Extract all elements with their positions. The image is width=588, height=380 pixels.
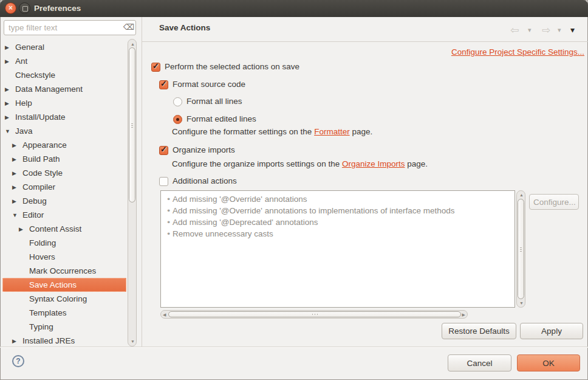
tree-item-typing[interactable]: Typing (2, 320, 126, 334)
expand-icon[interactable]: ▶ (12, 195, 20, 209)
perform-actions-checkbox[interactable]: ✓ (151, 63, 160, 72)
tree-item-editor[interactable]: ▼Editor (2, 208, 126, 222)
expand-icon[interactable]: ▶ (12, 334, 20, 347)
expand-icon[interactable]: ▶ (5, 83, 13, 97)
scroll-left-icon[interactable]: ◀ (163, 313, 166, 317)
back-dropdown-icon[interactable]: ▾ (528, 26, 532, 34)
expand-icon[interactable]: ▶ (12, 167, 20, 181)
back-icon[interactable]: ⇦ (510, 24, 519, 36)
format-all-lines-label: Format all lines (186, 97, 242, 106)
apply-button[interactable]: Apply (520, 323, 583, 339)
format-all-lines-radio[interactable] (173, 97, 182, 106)
tree-item-debug[interactable]: ▶Debug (2, 194, 126, 208)
collapse-icon[interactable]: ▼ (5, 125, 13, 139)
scroll-down-icon[interactable]: ▼ (519, 301, 524, 305)
tree-item-general[interactable]: ▶General (2, 40, 126, 54)
maximize-button[interactable] (19, 2, 30, 14)
tree-item-help[interactable]: ▶Help (2, 96, 126, 110)
tree-scrollbar[interactable]: ▲ ▼ (128, 39, 137, 347)
tree-item-content-assist[interactable]: ▶Content Assist (2, 222, 126, 236)
maximize-icon (22, 6, 28, 12)
tree-item-appearance[interactable]: ▶Appearance (2, 138, 126, 152)
scroll-up-icon[interactable]: ▲ (131, 42, 135, 46)
footer-divider (0, 347, 588, 347)
list-item-text: Add missing '@Override' annotations to i… (173, 206, 455, 215)
collapse-icon[interactable]: ▼ (12, 209, 20, 223)
tree-item-templates[interactable]: Templates (2, 306, 126, 320)
scroll-right-icon[interactable]: ▶ (462, 313, 465, 317)
expand-icon[interactable]: ▶ (12, 153, 20, 167)
tree-scrollbar-thumb[interactable] (129, 47, 135, 202)
expand-icon[interactable]: ▶ (5, 111, 13, 125)
additional-actions-list[interactable]: •Add missing '@Override' annotations•Add… (160, 190, 515, 308)
clear-filter-icon[interactable]: ⌫ (123, 22, 134, 32)
expand-icon[interactable]: ▶ (5, 97, 13, 111)
tree-item-ant[interactable]: ▶Ant (2, 54, 126, 68)
tree-item-folding[interactable]: Folding (2, 236, 126, 250)
list-item-text: Remove unnecessary casts (173, 229, 273, 238)
list-horizontal-scrollbar[interactable]: ◀ ▶ (160, 310, 468, 319)
tree-item-mark-occurrences[interactable]: Mark Occurrences (2, 264, 126, 278)
close-button[interactable]: × (5, 2, 16, 14)
tree-item-install-update[interactable]: ▶Install/Update (2, 110, 126, 124)
ok-button[interactable]: OK (517, 354, 580, 371)
restore-defaults-button[interactable]: Restore Defaults (442, 323, 516, 339)
list-vertical-scrollbar[interactable]: ▲ ▼ (516, 190, 525, 308)
formatter-note: Configure the formatter settings on the … (172, 127, 372, 136)
tree-item-label: General (15, 43, 44, 52)
page-title: Save Actions (159, 23, 210, 32)
close-icon: × (5, 3, 16, 13)
tree-item-installed-jres[interactable]: ▶Installed JREs (2, 334, 126, 347)
organize-imports-checkbox[interactable]: ✓ (159, 146, 168, 155)
tree-item-build-path[interactable]: ▶Build Path (2, 152, 126, 166)
tree-item-label: Templates (29, 308, 67, 317)
tree-item-label: Code Style (22, 168, 63, 178)
tree-item-label: Save Actions (29, 280, 77, 289)
titlebar[interactable]: × Preferences (0, 0, 588, 17)
expand-icon[interactable]: ▶ (12, 181, 20, 195)
scroll-up-icon[interactable]: ▲ (519, 193, 524, 197)
tree-item-data-management[interactable]: ▶Data Management (2, 82, 126, 96)
bullet-icon: • (165, 205, 173, 216)
header-divider (142, 41, 588, 42)
preferences-tree: ▶General▶AntCheckstyle▶Data Management▶H… (0, 39, 127, 347)
format-source-checkbox[interactable]: ✓ (159, 80, 168, 89)
organize-imports-label: Organize imports (173, 145, 235, 154)
expand-icon[interactable]: ▶ (19, 223, 27, 237)
tree-item-label: Typing (29, 322, 53, 331)
scroll-down-icon[interactable]: ▼ (131, 339, 135, 344)
check-icon: ✓ (160, 145, 167, 154)
help-button[interactable]: ? (12, 355, 24, 367)
tree-item-label: Folding (29, 238, 56, 247)
tree-item-label: Editor (22, 210, 44, 219)
organize-imports-link[interactable]: Organize Imports (342, 159, 405, 168)
filter-input[interactable] (4, 20, 136, 35)
expand-icon[interactable]: ▶ (5, 41, 13, 55)
format-edited-lines-radio[interactable] (173, 115, 182, 124)
tree-item-compiler[interactable]: ▶Compiler (2, 180, 126, 194)
hscrollbar-thumb[interactable] (168, 311, 461, 317)
tree-item-java[interactable]: ▼Java (2, 124, 126, 138)
tree-item-label: Build Path (22, 154, 60, 164)
configure-button[interactable]: Configure... (529, 194, 579, 210)
expand-icon[interactable]: ▶ (5, 55, 13, 69)
tree-item-label: Appearance (22, 140, 67, 150)
tree-item-checkstyle[interactable]: Checkstyle (2, 68, 126, 82)
configure-project-settings-link[interactable]: Configure Project Specific Settings... (451, 47, 584, 57)
additional-actions-checkbox[interactable] (159, 177, 168, 186)
cancel-button[interactable]: Cancel (448, 354, 511, 371)
tree-item-save-actions[interactable]: Save Actions (2, 278, 126, 292)
list-scrollbar-thumb[interactable] (518, 199, 524, 299)
expand-icon[interactable]: ▶ (12, 139, 20, 153)
forward-icon[interactable]: ⇨ (542, 24, 550, 36)
tree-item-code-style[interactable]: ▶Code Style (2, 166, 126, 180)
view-menu-icon[interactable]: ▾ (570, 25, 575, 35)
formatter-link[interactable]: Formatter (314, 127, 350, 136)
tree-item-label: Compiler (22, 182, 55, 192)
tree-item-hovers[interactable]: Hovers (2, 250, 126, 264)
forward-dropdown-icon[interactable]: ▾ (558, 26, 561, 34)
formatter-note-post: page. (350, 127, 373, 136)
list-item-text: Add missing '@Deprecated' annotations (173, 218, 318, 227)
tree-item-syntax-coloring[interactable]: Syntax Coloring (2, 292, 126, 306)
list-item: •Remove unnecessary casts (161, 228, 514, 240)
